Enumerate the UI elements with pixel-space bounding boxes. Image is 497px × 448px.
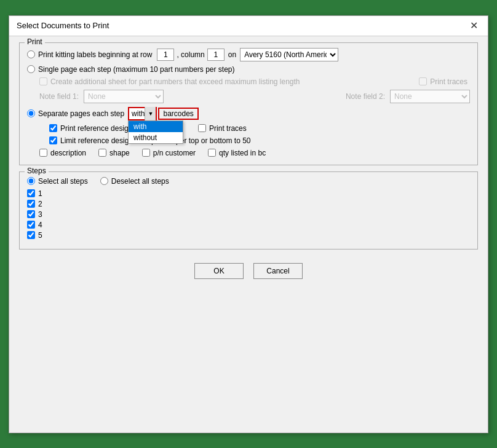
radio-kitting[interactable] [27, 50, 35, 58]
note1-label: Note field 1: [39, 92, 79, 101]
select-all-label: Select all steps [38, 177, 88, 186]
ok-button[interactable]: OK [194, 263, 244, 279]
dialog-title: Select Documents to Print [17, 21, 109, 30]
step-item-5: 5 [27, 231, 470, 240]
close-button[interactable]: ✕ [467, 21, 480, 31]
step-item-4: 4 [27, 221, 470, 229]
dialog: Select Documents to Print ✕ Print Print … [9, 15, 488, 433]
step-1-label: 1 [38, 189, 42, 198]
separate-pages-row: Separate pages each step with ▼ with wit… [27, 107, 470, 120]
barcode-dropdown-trigger: with ▼ [128, 107, 157, 120]
radio-separate-pages-label: Separate pages each step [38, 109, 124, 118]
print-group-label: Print [25, 37, 45, 46]
description-label: description [50, 149, 86, 157]
print-traces-label1: Print traces [430, 77, 467, 86]
on-label: on [228, 50, 236, 59]
step-4-checkbox[interactable] [27, 221, 35, 229]
checkbox-description: description [39, 149, 86, 157]
radio-single-page-label: Single page each step (maximum 10 part n… [38, 65, 235, 74]
step-4-label: 4 [38, 221, 42, 229]
barcode-selected-value: with [129, 109, 145, 118]
col-input[interactable] [207, 49, 225, 61]
single-page-row: Single page each step (maximum 10 part n… [27, 65, 470, 74]
print-ref-checkbox[interactable] [49, 124, 57, 132]
checkbox-qty-listed: qty listed in bc [208, 149, 266, 157]
printer-select[interactable]: Avery 5160 (North America) [240, 48, 338, 61]
qty-listed-label: qty listed in bc [219, 149, 266, 157]
step-item-2: 2 [27, 200, 470, 208]
step-3-label: 3 [38, 210, 42, 219]
print-group: Print Print kitting labels beginning at … [19, 42, 478, 165]
row-input[interactable] [157, 49, 174, 61]
barcode-dropdown-arrow[interactable]: ▼ [145, 107, 156, 120]
barcode-dropdown-menu: with without [128, 120, 183, 144]
print-ref-row: Print reference designators Print traces [49, 124, 470, 133]
step-3-checkbox[interactable] [27, 210, 35, 218]
deselect-all-label: Deselect all steps [111, 177, 169, 186]
step-item-1: 1 [27, 189, 470, 198]
note1-select[interactable]: None [84, 90, 164, 103]
checkboxes-row: description shape p/n customer qty liste… [39, 149, 470, 157]
title-bar: Select Documents to Print ✕ [9, 16, 488, 36]
pn-customer-label: p/n customer [153, 149, 196, 157]
create-additional-checkbox[interactable] [39, 77, 47, 85]
limit-ref-checkbox[interactable] [49, 136, 57, 144]
dropdown-item-without[interactable]: without [129, 132, 183, 143]
step-2-label: 2 [38, 200, 42, 208]
checkbox-pn-customer: p/n customer [142, 149, 196, 157]
radio-select-all[interactable] [27, 177, 35, 185]
step-2-checkbox[interactable] [27, 200, 35, 208]
shape-label: shape [109, 149, 130, 157]
create-additional-label: Create additional sheet for part numbers… [50, 77, 300, 86]
radio-separate-pages[interactable] [27, 109, 35, 117]
barcodes-label: barcodes [158, 108, 198, 120]
radio-deselect-all[interactable] [100, 177, 108, 185]
shape-checkbox[interactable] [98, 149, 106, 157]
limit-ref-row: Limit reference designators printed per … [49, 136, 470, 145]
pn-customer-checkbox[interactable] [142, 149, 150, 157]
steps-group-label: Steps [25, 167, 49, 175]
description-checkbox[interactable] [39, 149, 47, 157]
create-additional-row: Create additional sheet for part numbers… [39, 77, 470, 86]
step-item-3: 3 [27, 210, 470, 219]
radio-kitting-label: Print kitting labels beginning at row [38, 50, 152, 59]
print-traces-checkbox1[interactable] [419, 77, 427, 85]
column-label: , column [177, 50, 204, 59]
note2-select[interactable]: None [390, 90, 470, 103]
qty-listed-checkbox[interactable] [208, 149, 216, 157]
dropdown-item-with[interactable]: with [129, 121, 183, 132]
print-kitting-row: Print kitting labels beginning at row , … [27, 48, 470, 61]
step-1-checkbox[interactable] [27, 189, 35, 197]
barcode-dropdown-wrapper: with ▼ with without [128, 107, 157, 120]
step-5-label: 5 [38, 231, 42, 240]
steps-list: 1 2 3 4 5 [27, 189, 470, 240]
note-fields-row: Note field 1: None Note field 2: None [39, 90, 470, 103]
cancel-button[interactable]: Cancel [253, 263, 303, 279]
checkbox-shape: shape [98, 149, 130, 157]
step-5-checkbox[interactable] [27, 231, 35, 239]
print-traces-label2: Print traces [209, 124, 247, 133]
footer: OK Cancel [19, 256, 478, 286]
note2-label: Note field 2: [346, 92, 385, 101]
print-traces-checkbox2[interactable] [198, 124, 206, 132]
steps-select-row: Select all steps Deselect all steps [27, 177, 470, 186]
steps-group: Steps Select all steps Deselect all step… [19, 171, 478, 250]
radio-single-page[interactable] [27, 65, 35, 73]
dialog-body: Print Print kitting labels beginning at … [9, 36, 488, 293]
